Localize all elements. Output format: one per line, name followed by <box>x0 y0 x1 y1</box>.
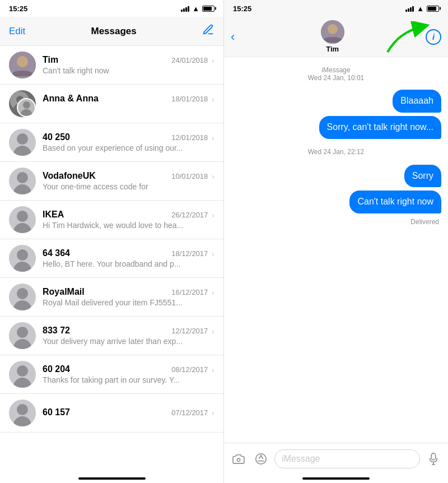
message-preview: Your delivery may arrive later than exp.… <box>43 337 214 346</box>
timestamp-label: Wed 24 Jan, 22:12 <box>231 148 441 156</box>
compose-button[interactable] <box>202 24 214 39</box>
battery-icon-left <box>202 6 214 12</box>
sender-name: 833 72 <box>43 326 70 336</box>
camera-button[interactable] <box>230 450 248 468</box>
message-row: Blaaaah <box>231 90 441 113</box>
signal-icon-left <box>181 5 189 12</box>
avatar <box>9 129 36 156</box>
contact-name: Tim <box>326 45 339 53</box>
info-button[interactable]: i <box>426 29 441 45</box>
message-content: Tim 24/01/2018 › Can't talk right now <box>43 55 214 75</box>
message-date: 26/12/2017 › <box>171 211 214 220</box>
message-preview: Based on your experience of using our... <box>43 143 214 152</box>
list-item[interactable]: 64 364 18/12/2017 › Hello, BT here. Your… <box>0 239 223 278</box>
list-item[interactable]: 60 204 08/12/2017 › Thanks for taking pa… <box>0 355 223 394</box>
avatar <box>9 245 36 272</box>
list-item[interactable]: 833 72 12/12/2017 › Your delivery may ar… <box>0 317 223 355</box>
sender-name: 40 250 <box>43 132 70 142</box>
messages-list-panel: 15:25 ▲ Edit Messages <box>0 0 224 483</box>
message-content: VodafoneUK 10/01/2018 › Your one-time ac… <box>43 171 214 191</box>
message-date: 07/12/2017 › <box>171 408 214 417</box>
message-content: RoyalMail 16/12/2017 › Royal Mail delive… <box>43 287 214 307</box>
message-preview: . <box>43 105 214 114</box>
status-bar-right: 15:25 ▲ <box>224 0 448 17</box>
signal-icon-right <box>405 5 414 12</box>
chat-messages: iMessageWed 24 Jan, 10:01 Blaaaah Sorry,… <box>224 57 448 443</box>
message-bubble: Blaaaah <box>393 90 441 113</box>
message-date: 18/01/2018 › <box>171 95 214 104</box>
edit-button[interactable]: Edit <box>9 26 25 37</box>
chat-contact: Tim <box>239 20 426 53</box>
sender-name: RoyalMail <box>43 287 85 297</box>
avatar <box>9 284 36 310</box>
message-content: 833 72 12/12/2017 › Your delivery may ar… <box>43 326 214 346</box>
svg-point-3 <box>328 24 338 34</box>
mic-button[interactable] <box>424 450 442 468</box>
avatar <box>9 206 36 233</box>
message-bubble: Sorry <box>404 165 441 188</box>
sender-name: Anna & Anna <box>43 94 99 104</box>
message-bubble: Can't talk right now <box>349 191 441 213</box>
message-content: IKEA 26/12/2017 › Hi Tim Hardwick, we wo… <box>43 210 214 230</box>
avatar <box>9 361 36 388</box>
chat-panel: 15:25 ▲ ‹ Tim <box>224 0 448 483</box>
wifi-icon-left: ▲ <box>192 4 199 13</box>
message-content: 60 157 07/12/2017 › <box>43 407 214 419</box>
status-bar-left: 15:25 ▲ <box>0 0 223 17</box>
message-date: 12/01/2018 › <box>171 133 214 142</box>
back-button[interactable]: ‹ <box>231 30 235 44</box>
delivered-label: Delivered <box>231 218 441 226</box>
message-preview: Hello, BT here. Your broadband and p... <box>43 259 214 268</box>
message-date: 24/01/2018 › <box>171 56 214 65</box>
message-date: 10/01/2018 › <box>171 172 214 181</box>
sender-name: 60 157 <box>43 407 70 417</box>
time-right: 15:25 <box>233 4 251 13</box>
message-content: 60 204 08/12/2017 › Thanks for taking pa… <box>43 364 214 384</box>
message-preview: Thanks for taking part in our survey. Y.… <box>43 375 214 384</box>
sender-name: 60 204 <box>43 364 70 374</box>
avatar <box>9 400 36 426</box>
list-item[interactable]: VodafoneUK 10/01/2018 › Your one-time ac… <box>0 162 223 201</box>
avatar <box>9 90 36 117</box>
message-row: Can't talk right now <box>231 191 441 213</box>
message-preview: Royal Mail delivered your item FJ5551... <box>43 298 214 307</box>
battery-icon-right <box>427 6 439 12</box>
nav-title: Messages <box>25 26 202 37</box>
chat-input-bar: iMessage <box>224 443 448 474</box>
message-preview: Your one-time access code for <box>43 182 214 191</box>
message-date: 12/12/2017 › <box>171 327 214 336</box>
avatar <box>9 322 36 349</box>
wifi-icon-right: ▲ <box>417 4 424 13</box>
message-preview: Hi Tim Hardwick, we would love to hea... <box>43 221 214 230</box>
list-item[interactable]: Tim 24/01/2018 › Can't talk right now <box>0 46 223 85</box>
message-row: Sorry <box>231 165 441 188</box>
list-item[interactable]: Anna & Anna 18/01/2018 › . <box>0 85 223 123</box>
svg-point-1 <box>17 56 28 67</box>
message-bubble: Sorry, can't talk right now... <box>319 116 441 139</box>
message-list: Tim 24/01/2018 › Can't talk right now <box>0 46 223 474</box>
chat-header-label: iMessageWed 24 Jan, 10:01 <box>231 66 441 82</box>
avatar <box>9 52 36 78</box>
message-date: 16/12/2017 › <box>171 288 214 297</box>
nav-bar-left: Edit Messages <box>0 17 223 46</box>
svg-rect-6 <box>431 453 435 459</box>
sender-name: IKEA <box>43 210 64 220</box>
app-store-button[interactable] <box>252 450 270 468</box>
input-placeholder: iMessage <box>282 454 320 464</box>
list-item[interactable]: 40 250 12/01/2018 › Based on your experi… <box>0 123 223 162</box>
list-item[interactable]: 60 157 07/12/2017 › <box>0 394 223 433</box>
sender-name: Tim <box>43 55 58 65</box>
sender-name: VodafoneUK <box>43 171 96 181</box>
message-preview: Can't talk right now <box>43 66 214 75</box>
message-date: 08/12/2017 › <box>171 365 214 374</box>
avatar <box>9 168 36 194</box>
sender-name: 64 364 <box>43 248 70 258</box>
list-item[interactable]: IKEA 26/12/2017 › Hi Tim Hardwick, we wo… <box>0 201 223 239</box>
message-input[interactable]: iMessage <box>274 449 420 468</box>
message-content: 64 364 18/12/2017 › Hello, BT here. Your… <box>43 248 214 268</box>
time-left: 15:25 <box>9 4 27 13</box>
message-content: Anna & Anna 18/01/2018 › . <box>43 94 214 114</box>
chat-nav-bar: ‹ Tim i <box>224 17 448 57</box>
list-item[interactable]: RoyalMail 16/12/2017 › Royal Mail delive… <box>0 278 223 317</box>
message-date: 18/12/2017 › <box>171 249 214 258</box>
